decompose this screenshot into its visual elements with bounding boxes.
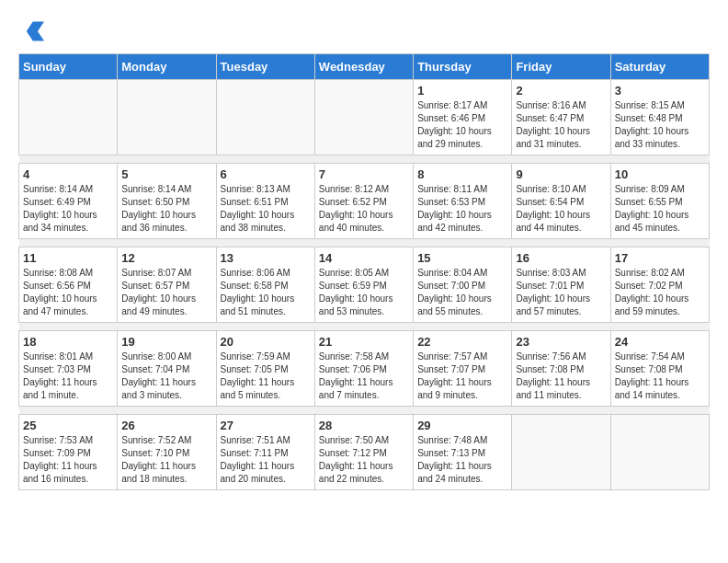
day-info: Sunrise: 8:00 AM Sunset: 7:04 PM Dayligh… bbox=[121, 350, 211, 402]
day-number: 5 bbox=[121, 167, 211, 181]
calendar-day-cell: 25Sunrise: 7:53 AM Sunset: 7:09 PM Dayli… bbox=[19, 415, 118, 490]
calendar-day-cell: 16Sunrise: 8:03 AM Sunset: 7:01 PM Dayli… bbox=[512, 247, 610, 323]
weekday-cell: Monday bbox=[118, 54, 216, 80]
day-number: 29 bbox=[417, 419, 507, 432]
day-number: 8 bbox=[417, 167, 507, 181]
day-number: 4 bbox=[23, 167, 113, 181]
day-info: Sunrise: 7:53 AM Sunset: 7:09 PM Dayligh… bbox=[23, 434, 113, 486]
day-info: Sunrise: 8:02 AM Sunset: 7:02 PM Dayligh… bbox=[615, 267, 705, 318]
weekday-header-row: SundayMondayTuesdayWednesdayThursdayFrid… bbox=[19, 54, 710, 80]
weekday-cell: Sunday bbox=[19, 54, 118, 80]
weekday-cell: Tuesday bbox=[216, 54, 314, 80]
weekday-cell: Friday bbox=[512, 54, 610, 80]
calendar-day-cell: 6Sunrise: 8:13 AM Sunset: 6:51 PM Daylig… bbox=[216, 164, 314, 239]
calendar-day-cell: 12Sunrise: 8:07 AM Sunset: 6:57 PM Dayli… bbox=[118, 247, 216, 323]
calendar-table: SundayMondayTuesdayWednesdayThursdayFrid… bbox=[18, 53, 710, 490]
day-number: 25 bbox=[23, 419, 113, 432]
day-number: 6 bbox=[221, 167, 311, 181]
day-number: 13 bbox=[221, 251, 311, 265]
day-number: 14 bbox=[319, 251, 409, 265]
calendar-day-cell: 2Sunrise: 8:16 AM Sunset: 6:47 PM Daylig… bbox=[512, 80, 610, 155]
day-number: 21 bbox=[319, 335, 409, 349]
calendar-day-cell: 11Sunrise: 8:08 AM Sunset: 6:56 PM Dayli… bbox=[19, 247, 118, 323]
logo bbox=[18, 18, 48, 44]
day-number: 3 bbox=[615, 84, 705, 98]
day-number: 24 bbox=[615, 335, 705, 349]
day-info: Sunrise: 8:01 AM Sunset: 7:03 PM Dayligh… bbox=[23, 350, 113, 402]
calendar-day-cell: 28Sunrise: 7:50 AM Sunset: 7:12 PM Dayli… bbox=[314, 415, 413, 490]
day-info: Sunrise: 8:08 AM Sunset: 6:56 PM Dayligh… bbox=[23, 267, 113, 318]
logo-icon bbox=[18, 18, 44, 44]
row-separator bbox=[19, 407, 710, 415]
day-number: 9 bbox=[516, 167, 606, 181]
calendar-day-cell: 8Sunrise: 8:11 AM Sunset: 6:53 PM Daylig… bbox=[414, 164, 512, 239]
calendar-day-cell bbox=[314, 80, 413, 155]
day-info: Sunrise: 7:58 AM Sunset: 7:06 PM Dayligh… bbox=[319, 350, 409, 402]
calendar-day-cell: 29Sunrise: 7:48 AM Sunset: 7:13 PM Dayli… bbox=[414, 415, 512, 490]
calendar-day-cell bbox=[610, 415, 709, 490]
calendar-day-cell: 24Sunrise: 7:54 AM Sunset: 7:08 PM Dayli… bbox=[610, 331, 709, 407]
day-info: Sunrise: 7:56 AM Sunset: 7:08 PM Dayligh… bbox=[516, 350, 606, 402]
day-info: Sunrise: 8:16 AM Sunset: 6:47 PM Dayligh… bbox=[516, 99, 606, 151]
calendar-day-cell: 7Sunrise: 8:12 AM Sunset: 6:52 PM Daylig… bbox=[314, 164, 413, 239]
day-number: 23 bbox=[516, 335, 606, 349]
calendar-day-cell: 26Sunrise: 7:52 AM Sunset: 7:10 PM Dayli… bbox=[118, 415, 216, 490]
day-info: Sunrise: 7:52 AM Sunset: 7:10 PM Dayligh… bbox=[121, 434, 211, 486]
calendar-day-cell: 10Sunrise: 8:09 AM Sunset: 6:55 PM Dayli… bbox=[610, 164, 709, 239]
calendar-day-cell: 15Sunrise: 8:04 AM Sunset: 7:00 PM Dayli… bbox=[414, 247, 512, 323]
calendar-day-cell: 23Sunrise: 7:56 AM Sunset: 7:08 PM Dayli… bbox=[512, 331, 610, 407]
day-number: 28 bbox=[319, 419, 409, 432]
calendar-week-row: 1Sunrise: 8:17 AM Sunset: 6:46 PM Daylig… bbox=[19, 80, 710, 155]
calendar-body: 1Sunrise: 8:17 AM Sunset: 6:46 PM Daylig… bbox=[19, 80, 710, 490]
weekday-cell: Thursday bbox=[414, 54, 512, 80]
weekday-cell: Saturday bbox=[610, 54, 709, 80]
calendar-day-cell: 4Sunrise: 8:14 AM Sunset: 6:49 PM Daylig… bbox=[19, 164, 118, 239]
calendar-day-cell: 21Sunrise: 7:58 AM Sunset: 7:06 PM Dayli… bbox=[314, 331, 413, 407]
day-info: Sunrise: 8:12 AM Sunset: 6:52 PM Dayligh… bbox=[319, 183, 409, 235]
day-info: Sunrise: 8:17 AM Sunset: 6:46 PM Dayligh… bbox=[417, 99, 507, 151]
calendar-day-cell: 1Sunrise: 8:17 AM Sunset: 6:46 PM Daylig… bbox=[414, 80, 512, 155]
calendar-day-cell: 18Sunrise: 8:01 AM Sunset: 7:03 PM Dayli… bbox=[19, 331, 118, 407]
day-info: Sunrise: 8:15 AM Sunset: 6:48 PM Dayligh… bbox=[615, 99, 705, 151]
day-info: Sunrise: 7:51 AM Sunset: 7:11 PM Dayligh… bbox=[221, 434, 311, 486]
row-separator bbox=[19, 155, 710, 164]
day-info: Sunrise: 8:13 AM Sunset: 6:51 PM Dayligh… bbox=[221, 183, 311, 235]
day-info: Sunrise: 8:03 AM Sunset: 7:01 PM Dayligh… bbox=[516, 267, 606, 318]
day-number: 7 bbox=[319, 167, 409, 181]
page-header bbox=[18, 18, 710, 44]
day-info: Sunrise: 8:07 AM Sunset: 6:57 PM Dayligh… bbox=[121, 267, 211, 318]
calendar-day-cell: 14Sunrise: 8:05 AM Sunset: 6:59 PM Dayli… bbox=[314, 247, 413, 323]
day-number: 16 bbox=[516, 251, 606, 265]
calendar-day-cell: 22Sunrise: 7:57 AM Sunset: 7:07 PM Dayli… bbox=[414, 331, 512, 407]
calendar-day-cell: 13Sunrise: 8:06 AM Sunset: 6:58 PM Dayli… bbox=[216, 247, 314, 323]
calendar-week-row: 18Sunrise: 8:01 AM Sunset: 7:03 PM Dayli… bbox=[19, 331, 710, 407]
day-number: 2 bbox=[516, 84, 606, 98]
weekday-cell: Wednesday bbox=[314, 54, 413, 80]
day-info: Sunrise: 8:05 AM Sunset: 6:59 PM Dayligh… bbox=[319, 267, 409, 318]
calendar-week-row: 11Sunrise: 8:08 AM Sunset: 6:56 PM Dayli… bbox=[19, 247, 710, 323]
day-number: 15 bbox=[417, 251, 507, 265]
day-info: Sunrise: 7:54 AM Sunset: 7:08 PM Dayligh… bbox=[615, 350, 705, 402]
day-number: 1 bbox=[417, 84, 507, 98]
day-number: 27 bbox=[221, 419, 311, 432]
calendar-day-cell: 27Sunrise: 7:51 AM Sunset: 7:11 PM Dayli… bbox=[216, 415, 314, 490]
day-info: Sunrise: 8:14 AM Sunset: 6:49 PM Dayligh… bbox=[23, 183, 113, 235]
calendar-day-cell bbox=[19, 80, 118, 155]
day-number: 10 bbox=[615, 167, 705, 181]
day-number: 18 bbox=[23, 335, 113, 349]
day-info: Sunrise: 8:04 AM Sunset: 7:00 PM Dayligh… bbox=[417, 267, 507, 318]
calendar-day-cell: 17Sunrise: 8:02 AM Sunset: 7:02 PM Dayli… bbox=[610, 247, 709, 323]
day-number: 19 bbox=[121, 335, 211, 349]
calendar-day-cell: 9Sunrise: 8:10 AM Sunset: 6:54 PM Daylig… bbox=[512, 164, 610, 239]
row-separator bbox=[19, 239, 710, 247]
calendar-day-cell: 5Sunrise: 8:14 AM Sunset: 6:50 PM Daylig… bbox=[118, 164, 216, 239]
calendar-day-cell: 19Sunrise: 8:00 AM Sunset: 7:04 PM Dayli… bbox=[118, 331, 216, 407]
day-info: Sunrise: 8:10 AM Sunset: 6:54 PM Dayligh… bbox=[516, 183, 606, 235]
day-info: Sunrise: 8:11 AM Sunset: 6:53 PM Dayligh… bbox=[417, 183, 507, 235]
calendar-day-cell bbox=[512, 415, 610, 490]
svg-marker-0 bbox=[27, 22, 44, 41]
day-number: 17 bbox=[615, 251, 705, 265]
row-separator bbox=[19, 323, 710, 331]
day-number: 26 bbox=[121, 419, 211, 432]
calendar-day-cell: 20Sunrise: 7:59 AM Sunset: 7:05 PM Dayli… bbox=[216, 331, 314, 407]
